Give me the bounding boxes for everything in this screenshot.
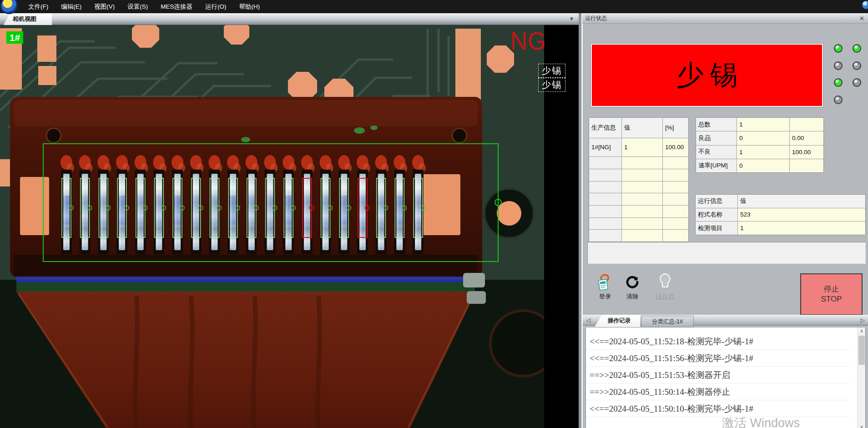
log-area[interactable]: <<==2024-05-05_11:52:18-检测完毕-少锡-1#<<==20… [585,327,866,428]
close-icon[interactable]: ✕ [859,13,864,24]
table-cell: 1#[NG] [589,138,621,157]
status-led [834,61,843,70]
table-cell [663,206,688,217]
table-cell: 1 [737,118,789,131]
log-tab-1[interactable]: 分类汇总-1# [641,316,694,327]
login-button[interactable]: 登录 [594,272,616,301]
status-led [834,96,843,104]
defect-banner-text: 少锡 [670,57,744,94]
table-cell: 100.00 [790,146,823,159]
defect-tag: 少锡 [538,64,565,78]
menu-items: 文件(F)编辑(E)视图(V)设置(S)MES连接器运行(O)帮助(H) [22,0,266,13]
menu-item-0[interactable]: 文件(F) [22,0,55,13]
table-cell [663,181,688,193]
menu-item-1[interactable]: 编辑(E) [55,0,88,13]
camera-id-badge: 1# [6,31,23,44]
table-cell [589,181,621,193]
log-entry: ==>>2024-05-05_11:51:53-检测器开启 [586,367,850,383]
defect-tag: 少锡 [538,78,565,92]
camera-image: 1# NG 少锡 少锡 [0,25,580,428]
table-cell [589,218,621,230]
chevron-down-icon[interactable]: ▼ [569,16,574,21]
pane-splitter[interactable] [579,13,582,428]
table-cell: 1 [737,146,789,159]
table-cell: 良品 [696,131,737,145]
table-cell [663,218,688,230]
help-bubble-icon[interactable] [862,1,868,9]
log-entry: <<==2024-05-05_11:52:18-检测完毕-少锡-1# [586,333,850,350]
stop-button-line1: 停止 [824,284,839,294]
table-cell [589,230,621,242]
login-label: 登录 [594,292,616,301]
vertical-scroll-thumb[interactable] [858,336,865,365]
tab-camera-view[interactable]: 相机视图 [4,13,52,25]
status-panel: 运行状态 ✕ 少锡 生产信息值[%]1#[NG]1100.00 总数1良品00.… [582,13,868,428]
table-cell: 1 [738,222,865,235]
app-window: 文件(F)编辑(E)视图(V)设置(S)MES连接器运行(O)帮助(H) 相机视… [0,0,868,428]
table-header-cell: 值 [622,118,662,138]
run-info-table: 运行信息值程式名称523检测项目1 [695,194,866,235]
inspection-result-text: NG [510,26,546,55]
table-cell [663,193,688,205]
stats-table: 总数1良品00.00不良1100.00速率[UPM]0 [696,117,824,173]
status-led [853,61,861,70]
tab-next-icon[interactable]: ▷ [861,317,865,323]
log-list: <<==2024-05-05_11:52:18-检测完毕-少锡-1#<<==20… [586,327,850,423]
table-cell [790,118,823,131]
table-cell [790,159,823,172]
table-cell: 0.00 [790,131,823,145]
menu-item-3[interactable]: 设置(S) [121,0,154,13]
status-led [834,44,843,53]
table-cell [622,157,662,169]
table-cell [663,169,688,181]
clear-button[interactable]: 清除 [621,272,643,301]
table-cell [589,169,621,181]
table-header-cell: 运行信息 [696,195,737,208]
pcb-photo [0,25,580,428]
refresh-icon [621,272,643,292]
table-cell [663,157,688,169]
table-header-cell: [%] [663,118,688,138]
table-cell [663,230,688,242]
table-cell: 100.00 [663,138,688,157]
menu-item-2[interactable]: 视图(V) [88,0,121,13]
vertical-scrollbar[interactable]: ∧ ∨ [857,327,865,428]
led-light-button[interactable]: LED 灯 [650,272,680,301]
camera-tabstrip: 相机视图 ▼ [0,13,580,25]
table-cell: 总数 [696,118,737,131]
clear-label: 清除 [621,292,643,301]
scroll-down-icon[interactable]: ∨ [858,423,866,428]
log-entry: ==>>2024-05-05_11:50:14-检测器停止 [586,383,850,400]
table-cell [589,193,621,205]
table-header-cell: 值 [738,195,865,208]
table-cell: 不良 [696,146,737,159]
message-box [587,242,866,264]
tab-prev-icon[interactable]: ◁ [586,317,590,323]
menu-item-5[interactable]: 运行(O) [199,0,233,13]
id-badge-icon [594,272,616,292]
status-panel-body: 少锡 生产信息值[%]1#[NG]1100.00 总数1良品00.00不良110… [582,24,868,428]
table-header-cell: 生产信息 [589,118,621,138]
table-cell: 0 [737,131,789,145]
log-entry: <<==2024-05-05_11:50:10-检测完毕-少锡-1# [586,400,850,417]
panel-title: 运行状态 [585,15,607,21]
stop-button[interactable]: 停止 STOP [800,273,863,315]
table-cell: 1 [622,138,662,157]
table-cell [622,230,662,242]
defect-banner: 少锡 [591,44,823,107]
table-cell: 速率[UPM] [696,159,737,172]
table-cell [622,218,662,230]
menu-item-4[interactable]: MES连接器 [154,0,199,13]
table-cell [622,206,662,217]
status-panel-titlebar: 运行状态 ✕ [582,13,868,24]
stop-button-line2: STOP [821,294,842,304]
production-table: 生产信息值[%]1#[NG]1100.00 [589,117,689,242]
status-led [834,78,843,87]
menu-item-6[interactable]: 帮助(H) [233,0,267,13]
table-cell [589,157,621,169]
table-cell [622,169,662,181]
scroll-up-icon[interactable]: ∧ [858,327,866,335]
table-cell: 523 [738,208,865,222]
log-tab-0[interactable]: 操作记录 [595,315,640,327]
table-cell: 程式名称 [696,208,737,222]
